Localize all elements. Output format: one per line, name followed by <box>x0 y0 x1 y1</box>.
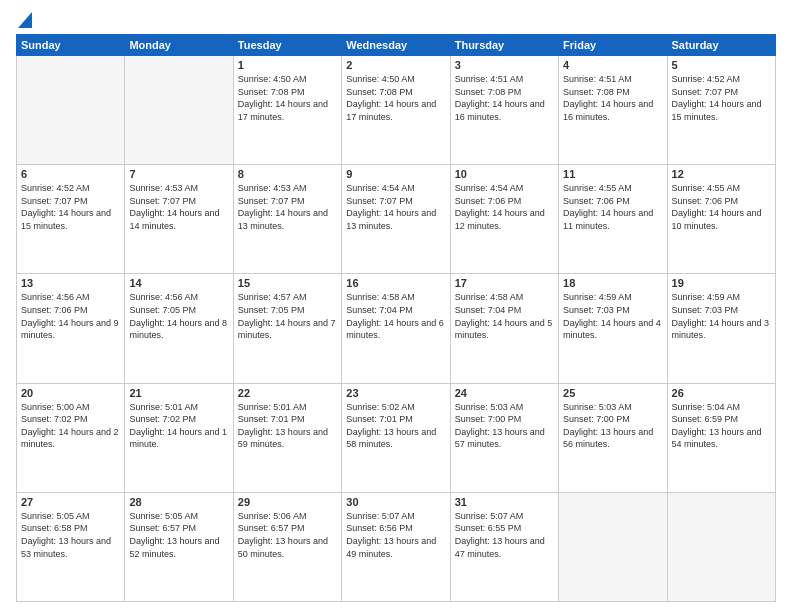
table-row: 25 Sunrise: 5:03 AMSunset: 7:00 PMDaylig… <box>559 383 667 492</box>
table-row: 4 Sunrise: 4:51 AMSunset: 7:08 PMDayligh… <box>559 56 667 165</box>
day-number: 30 <box>346 496 445 508</box>
day-number: 20 <box>21 387 120 399</box>
day-number: 27 <box>21 496 120 508</box>
col-thursday: Thursday <box>450 35 558 56</box>
day-info: Sunrise: 4:51 AMSunset: 7:08 PMDaylight:… <box>563 74 653 122</box>
day-number: 28 <box>129 496 228 508</box>
day-number: 23 <box>346 387 445 399</box>
day-number: 31 <box>455 496 554 508</box>
table-row: 14 Sunrise: 4:56 AMSunset: 7:05 PMDaylig… <box>125 274 233 383</box>
day-info: Sunrise: 4:53 AMSunset: 7:07 PMDaylight:… <box>238 183 328 231</box>
header-row: Sunday Monday Tuesday Wednesday Thursday… <box>17 35 776 56</box>
day-number: 1 <box>238 59 337 71</box>
day-number: 19 <box>672 277 771 289</box>
day-info: Sunrise: 4:54 AMSunset: 7:06 PMDaylight:… <box>455 183 545 231</box>
table-row: 8 Sunrise: 4:53 AMSunset: 7:07 PMDayligh… <box>233 165 341 274</box>
table-row: 22 Sunrise: 5:01 AMSunset: 7:01 PMDaylig… <box>233 383 341 492</box>
day-number: 3 <box>455 59 554 71</box>
col-friday: Friday <box>559 35 667 56</box>
header <box>16 14 776 28</box>
col-sunday: Sunday <box>17 35 125 56</box>
day-info: Sunrise: 4:55 AMSunset: 7:06 PMDaylight:… <box>563 183 653 231</box>
day-info: Sunrise: 4:55 AMSunset: 7:06 PMDaylight:… <box>672 183 762 231</box>
table-row: 28 Sunrise: 5:05 AMSunset: 6:57 PMDaylig… <box>125 492 233 601</box>
day-info: Sunrise: 4:50 AMSunset: 7:08 PMDaylight:… <box>238 74 328 122</box>
day-info: Sunrise: 5:03 AMSunset: 7:00 PMDaylight:… <box>563 402 653 450</box>
day-info: Sunrise: 4:57 AMSunset: 7:05 PMDaylight:… <box>238 292 336 340</box>
day-number: 24 <box>455 387 554 399</box>
day-number: 18 <box>563 277 662 289</box>
day-number: 8 <box>238 168 337 180</box>
table-row: 16 Sunrise: 4:58 AMSunset: 7:04 PMDaylig… <box>342 274 450 383</box>
day-number: 2 <box>346 59 445 71</box>
day-number: 5 <box>672 59 771 71</box>
day-info: Sunrise: 4:51 AMSunset: 7:08 PMDaylight:… <box>455 74 545 122</box>
table-row: 9 Sunrise: 4:54 AMSunset: 7:07 PMDayligh… <box>342 165 450 274</box>
table-row: 27 Sunrise: 5:05 AMSunset: 6:58 PMDaylig… <box>17 492 125 601</box>
col-wednesday: Wednesday <box>342 35 450 56</box>
empty-cell <box>667 492 775 601</box>
table-row: 18 Sunrise: 4:59 AMSunset: 7:03 PMDaylig… <box>559 274 667 383</box>
table-row: 20 Sunrise: 5:00 AMSunset: 7:02 PMDaylig… <box>17 383 125 492</box>
day-number: 16 <box>346 277 445 289</box>
col-saturday: Saturday <box>667 35 775 56</box>
day-info: Sunrise: 4:50 AMSunset: 7:08 PMDaylight:… <box>346 74 436 122</box>
day-number: 14 <box>129 277 228 289</box>
table-row: 24 Sunrise: 5:03 AMSunset: 7:00 PMDaylig… <box>450 383 558 492</box>
day-number: 13 <box>21 277 120 289</box>
day-info: Sunrise: 5:04 AMSunset: 6:59 PMDaylight:… <box>672 402 762 450</box>
day-number: 25 <box>563 387 662 399</box>
day-number: 26 <box>672 387 771 399</box>
calendar-table: Sunday Monday Tuesday Wednesday Thursday… <box>16 34 776 602</box>
table-row: 19 Sunrise: 4:59 AMSunset: 7:03 PMDaylig… <box>667 274 775 383</box>
day-info: Sunrise: 5:05 AMSunset: 6:58 PMDaylight:… <box>21 511 111 559</box>
col-tuesday: Tuesday <box>233 35 341 56</box>
table-row: 12 Sunrise: 4:55 AMSunset: 7:06 PMDaylig… <box>667 165 775 274</box>
table-row: 17 Sunrise: 4:58 AMSunset: 7:04 PMDaylig… <box>450 274 558 383</box>
table-row: 3 Sunrise: 4:51 AMSunset: 7:08 PMDayligh… <box>450 56 558 165</box>
table-row: 26 Sunrise: 5:04 AMSunset: 6:59 PMDaylig… <box>667 383 775 492</box>
empty-cell <box>17 56 125 165</box>
logo <box>16 14 32 28</box>
table-row: 10 Sunrise: 4:54 AMSunset: 7:06 PMDaylig… <box>450 165 558 274</box>
empty-cell <box>559 492 667 601</box>
day-info: Sunrise: 4:59 AMSunset: 7:03 PMDaylight:… <box>672 292 770 340</box>
day-info: Sunrise: 5:02 AMSunset: 7:01 PMDaylight:… <box>346 402 436 450</box>
day-number: 10 <box>455 168 554 180</box>
day-info: Sunrise: 4:53 AMSunset: 7:07 PMDaylight:… <box>129 183 219 231</box>
table-row: 1 Sunrise: 4:50 AMSunset: 7:08 PMDayligh… <box>233 56 341 165</box>
day-info: Sunrise: 4:56 AMSunset: 7:05 PMDaylight:… <box>129 292 227 340</box>
day-number: 7 <box>129 168 228 180</box>
empty-cell <box>125 56 233 165</box>
day-info: Sunrise: 5:00 AMSunset: 7:02 PMDaylight:… <box>21 402 119 450</box>
table-row: 13 Sunrise: 4:56 AMSunset: 7:06 PMDaylig… <box>17 274 125 383</box>
day-number: 11 <box>563 168 662 180</box>
table-row: 21 Sunrise: 5:01 AMSunset: 7:02 PMDaylig… <box>125 383 233 492</box>
table-row: 11 Sunrise: 4:55 AMSunset: 7:06 PMDaylig… <box>559 165 667 274</box>
day-number: 22 <box>238 387 337 399</box>
table-row: 23 Sunrise: 5:02 AMSunset: 7:01 PMDaylig… <box>342 383 450 492</box>
day-info: Sunrise: 4:56 AMSunset: 7:06 PMDaylight:… <box>21 292 119 340</box>
table-row: 6 Sunrise: 4:52 AMSunset: 7:07 PMDayligh… <box>17 165 125 274</box>
day-number: 29 <box>238 496 337 508</box>
table-row: 31 Sunrise: 5:07 AMSunset: 6:55 PMDaylig… <box>450 492 558 601</box>
day-number: 9 <box>346 168 445 180</box>
day-info: Sunrise: 5:07 AMSunset: 6:56 PMDaylight:… <box>346 511 436 559</box>
day-number: 6 <box>21 168 120 180</box>
day-number: 17 <box>455 277 554 289</box>
table-row: 30 Sunrise: 5:07 AMSunset: 6:56 PMDaylig… <box>342 492 450 601</box>
day-info: Sunrise: 5:07 AMSunset: 6:55 PMDaylight:… <box>455 511 545 559</box>
day-info: Sunrise: 4:52 AMSunset: 7:07 PMDaylight:… <box>21 183 111 231</box>
day-info: Sunrise: 4:52 AMSunset: 7:07 PMDaylight:… <box>672 74 762 122</box>
table-row: 2 Sunrise: 4:50 AMSunset: 7:08 PMDayligh… <box>342 56 450 165</box>
day-number: 21 <box>129 387 228 399</box>
day-info: Sunrise: 4:58 AMSunset: 7:04 PMDaylight:… <box>455 292 553 340</box>
day-info: Sunrise: 4:59 AMSunset: 7:03 PMDaylight:… <box>563 292 661 340</box>
table-row: 29 Sunrise: 5:06 AMSunset: 6:57 PMDaylig… <box>233 492 341 601</box>
day-number: 4 <box>563 59 662 71</box>
day-info: Sunrise: 5:03 AMSunset: 7:00 PMDaylight:… <box>455 402 545 450</box>
table-row: 15 Sunrise: 4:57 AMSunset: 7:05 PMDaylig… <box>233 274 341 383</box>
day-number: 15 <box>238 277 337 289</box>
table-row: 5 Sunrise: 4:52 AMSunset: 7:07 PMDayligh… <box>667 56 775 165</box>
day-info: Sunrise: 5:05 AMSunset: 6:57 PMDaylight:… <box>129 511 219 559</box>
